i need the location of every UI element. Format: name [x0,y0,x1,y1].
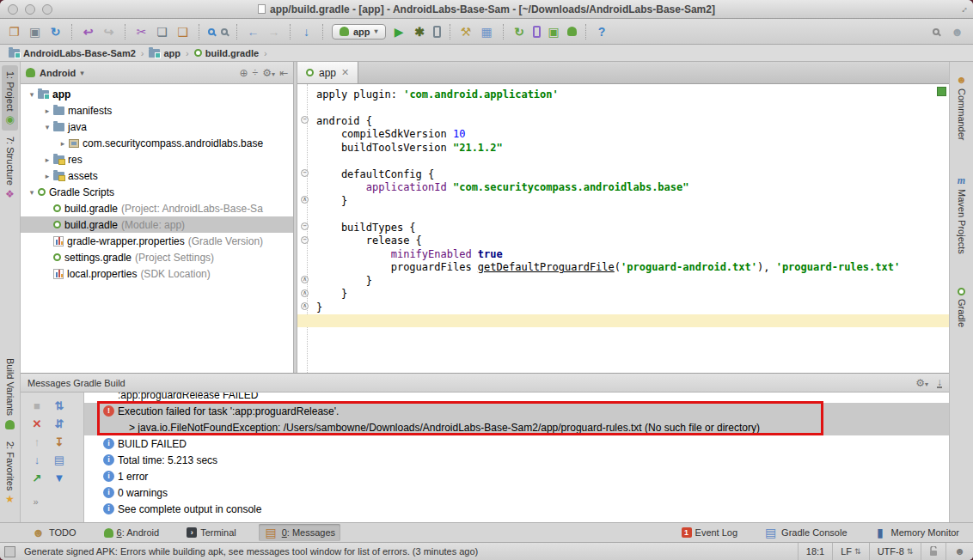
toolwindow-button-event-log[interactable]: 1Event Log [676,526,744,539]
tree-item-local-properties[interactable]: local.properties(SDK Location) [21,265,293,282]
tree-chevron-icon[interactable]: ▾ [26,188,38,197]
message-row-info[interactable]: iSee complete output in console [84,501,949,517]
hide-panel-icon[interactable]: ⇤ [279,67,288,79]
attach-icon[interactable] [433,26,441,38]
fold-marker-icon[interactable]: − [301,222,309,230]
tree-item-settings-gradle[interactable]: settings.gradle(Project Settings) [21,249,293,265]
expand-icon[interactable]: ⇅ [52,399,67,413]
stripe-button-commander[interactable]: ☻Commander [953,69,970,147]
tree-item-assets[interactable]: ▸assets [21,167,293,184]
line-ending-selector[interactable]: LF⇅ [832,543,868,560]
message-row-error[interactable]: !Execution failed for task ':app:proguar… [84,403,949,419]
tree-chevron-icon[interactable]: ▸ [57,139,69,148]
cut-icon[interactable]: ✂ [134,25,149,39]
project-view-selector[interactable]: Android [40,68,76,78]
code-line[interactable]: −android { [297,114,949,128]
fold-marker-icon[interactable]: ∧ [301,289,309,297]
tree-item-res[interactable]: ▸res [21,151,293,167]
monitor-icon[interactable] [567,27,577,36]
toolwindow-button-gradle-console[interactable]: ▤Gradle Console [758,524,852,541]
paste-icon[interactable]: ❑ [175,25,190,39]
inspection-profile-icon[interactable]: ☻ [945,543,973,560]
open-icon[interactable]: ❐ [7,25,21,39]
tree-chevron-icon[interactable]: ▾ [41,123,53,131]
tree-item-gradle-scripts[interactable]: ▾Gradle Scripts [21,184,293,200]
stripe-button-maven-projects[interactable]: mMaven Projects [956,169,968,260]
arrow-up-icon[interactable]: ↑ [30,435,45,449]
tree-item-gradle-wrapper-properties[interactable]: gradle-wrapper.properties(Gradle Version… [21,233,293,249]
tree-item-build-gradle[interactable]: build.gradle(Module: app) [21,216,293,233]
stripe-button-7-structure[interactable]: 7: Structure❖ [2,131,18,205]
code-line-current[interactable] [297,314,949,328]
stripe-button-2-favorites[interactable]: 2: Favorites★ [2,435,18,510]
message-row-info[interactable]: iBUILD FAILED [84,435,949,452]
message-row-info[interactable]: iTotal time: 5.213 secs [84,452,949,468]
code-editor[interactable]: apply plugin: 'com.android.application'−… [297,84,949,373]
breadcrumb-build-gradle[interactable]: build.gradle [194,48,259,58]
more-icon[interactable]: » [30,496,75,507]
tree-chevron-icon[interactable]: ▸ [41,172,53,180]
status-message[interactable]: Generate signed APK: Errors while buildi… [24,546,798,557]
hide-panel-icon[interactable]: ↓ [937,378,942,388]
fold-marker-icon[interactable]: − [301,116,309,124]
import-icon[interactable]: ↧ [52,435,67,449]
run-configuration-dropdown[interactable]: app▾ [332,24,386,40]
tree-chevron-icon[interactable]: ▸ [41,107,53,115]
save-icon[interactable]: ▣ [28,25,42,39]
code-line[interactable]: − buildTypes { [297,221,949,234]
undo-icon[interactable]: ↩ [81,25,95,39]
copy-icon[interactable]: ❏ [155,25,169,39]
back-icon[interactable]: ← [246,25,260,39]
toolwindow-button-memory-monitor[interactable]: ▮Memory Monitor [868,524,964,541]
gear-icon[interactable]: ⚙▾ [915,377,928,389]
help-icon[interactable]: ? [595,25,609,39]
toggle-tool-windows-icon[interactable] [4,546,15,557]
fold-marker-icon[interactable]: ∧ [301,302,309,310]
code-line[interactable]: − defaultConfig { [297,167,949,181]
filter-icon[interactable]: ▼ [52,472,67,485]
code-line[interactable]: applicationId "com.securitycompass.andro… [297,181,949,195]
sdk-icon[interactable]: ▣ [547,25,561,39]
code-line[interactable]: apply plugin: 'com.android.application' [297,88,949,101]
lock-icon[interactable] [921,543,945,560]
run-icon[interactable]: ▶ [392,25,407,39]
code-line[interactable]: ∧} [297,301,949,314]
message-row-cut[interactable]: :app:proguardRelease FAILED [84,393,949,403]
stripe-button-1-project[interactable]: 1: Project◉ [2,65,18,131]
export-icon[interactable]: ↗ [30,472,45,485]
code-line[interactable]: buildToolsVersion "21.1.2" [297,141,949,155]
gear-icon[interactable]: ⚙▾ [262,67,275,79]
arrow-down-icon[interactable]: ↓ [30,453,45,467]
tree-item-manifests[interactable]: ▸manifests [21,102,293,119]
avatar-icon[interactable]: ☻ [950,25,964,39]
chevron-down-icon[interactable]: ▾ [80,69,84,77]
toolwindow-button-android[interactable]: 6: Android [99,526,165,539]
code-line[interactable]: − release { [297,234,949,248]
code-line[interactable]: minifyEnabled true [297,247,949,261]
code-line[interactable]: compileSdkVersion 10 [297,128,949,142]
fold-marker-icon[interactable]: − [301,169,309,177]
message-row-info[interactable]: i0 warnings [84,484,949,501]
tree-chevron-icon[interactable]: ▸ [41,155,53,164]
stripe-button-build-variants[interactable]: Build Variants [4,352,16,435]
message-row-detail[interactable]: > java.io.FileNotFoundException: /Users/… [84,419,949,435]
code-line[interactable]: ∧ } [297,288,949,301]
tree-item-com-securitycompass-androidlabs-base[interactable]: ▸com.securitycompass.androidlabs.base [21,135,293,151]
redo-icon[interactable]: ↪ [101,25,116,39]
tree-item-java[interactable]: ▾java [21,119,293,135]
fold-marker-icon[interactable]: ∧ [301,196,309,204]
code-line[interactable] [297,155,949,168]
fold-marker-icon[interactable]: ∧ [301,276,309,283]
close-icon[interactable]: ✕ [341,67,349,78]
close-icon[interactable]: ✕ [30,417,45,431]
toolwindow-button-terminal[interactable]: ›Terminal [181,526,242,539]
locate-icon[interactable]: ⊕ [240,67,248,79]
tree-chevron-icon[interactable]: ▾ [26,90,38,99]
collapse-icon[interactable]: ⇵ [52,417,67,431]
sync-icon[interactable]: ↻ [48,25,63,39]
toolwindow-button-messages[interactable]: ▤0: Messages [259,524,340,541]
tab-app[interactable]: app ✕ [297,62,358,83]
message-row-info[interactable]: i1 error [84,468,949,484]
avd-icon[interactable] [533,26,541,38]
debug-icon[interactable]: ✱ [413,25,427,39]
